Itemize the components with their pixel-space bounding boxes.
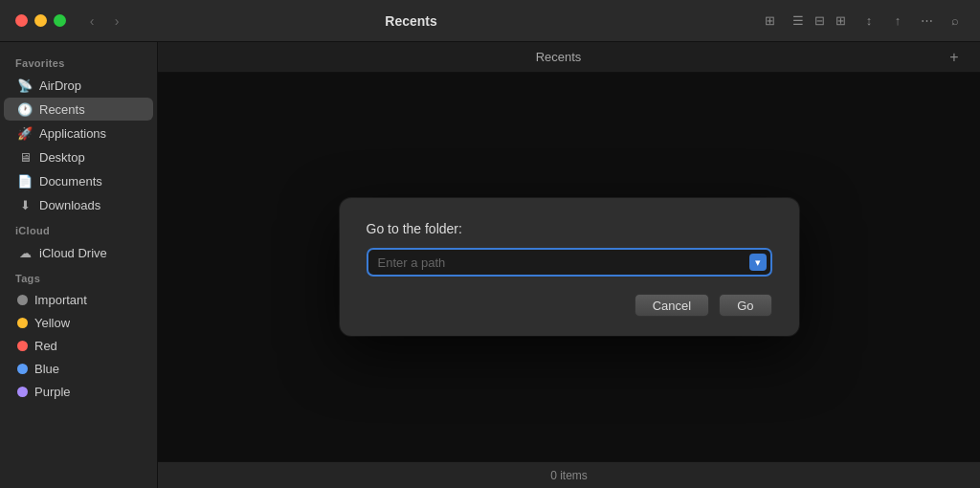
sort-icon[interactable]: ↕ — [859, 11, 879, 31]
sidebar-item-icloud-drive[interactable]: ☁ iCloud Drive — [4, 241, 153, 264]
tag-purple-dot — [17, 387, 28, 397]
sidebar-label-tag-yellow: Yellow — [34, 316, 70, 330]
sidebar-label-desktop: Desktop — [39, 150, 85, 165]
dialog-buttons: Cancel Go — [367, 294, 772, 317]
add-button[interactable]: + — [944, 47, 965, 68]
documents-icon: 📄 — [17, 173, 33, 189]
icloud-label: iCloud — [0, 217, 157, 240]
column-view-icon[interactable]: ⊟ — [810, 11, 829, 31]
sidebar-item-tag-red[interactable]: Red — [4, 335, 153, 357]
dialog-overlay: Go to the folder: Cancel Go — [158, 73, 980, 461]
downloads-icon: ⬇ — [17, 197, 33, 212]
minimize-button[interactable] — [34, 14, 47, 27]
content-title: Recents — [173, 50, 944, 64]
favorites-label: Favorites — [0, 50, 157, 73]
sidebar-label-airdrop: AirDrop — [39, 78, 81, 93]
sidebar-item-recents[interactable]: 🕐 Recents — [4, 98, 153, 121]
window-title: Recents — [62, 13, 760, 29]
path-input-wrapper — [367, 248, 772, 277]
tag-important-dot — [17, 295, 28, 305]
sidebar-label-applications: Applications — [39, 126, 106, 141]
tag-blue-dot — [17, 364, 28, 374]
tags-label: Tags — [0, 265, 157, 288]
icloud-icon: ☁ — [17, 245, 33, 260]
sidebar-item-tag-important[interactable]: Important — [4, 289, 153, 311]
sidebar-item-documents[interactable]: 📄 Documents — [4, 169, 153, 192]
goto-folder-dialog: Go to the folder: Cancel Go — [340, 198, 799, 336]
sidebar-label-recents: Recents — [39, 102, 85, 117]
sidebar-item-airdrop[interactable]: 📡 AirDrop — [4, 74, 153, 97]
tag-yellow-dot — [17, 318, 28, 328]
sidebar-label-tag-purple: Purple — [34, 385, 71, 399]
search-icon[interactable]: ⌕ — [946, 11, 965, 31]
sidebar-item-tag-yellow[interactable]: Yellow — [4, 312, 153, 334]
sidebar-item-tag-purple[interactable]: Purple — [4, 381, 153, 403]
desktop-icon: 🖥 — [17, 149, 33, 165]
sidebar-item-desktop[interactable]: 🖥 Desktop — [4, 145, 153, 168]
cancel-button[interactable]: Cancel — [635, 294, 709, 317]
status-bar: 0 items — [158, 461, 980, 488]
window-controls — [15, 14, 66, 27]
sidebar-item-downloads[interactable]: ⬇ Downloads — [4, 193, 153, 216]
content-area: Recents + Go to the folder: Cancel Go — [158, 42, 980, 488]
main-layout: Favorites 📡 AirDrop 🕐 Recents 🚀 Applicat… — [0, 42, 980, 488]
path-dropdown-button[interactable] — [749, 254, 767, 271]
gallery-view-icon[interactable]: ⊞ — [831, 11, 850, 31]
airdrop-icon: 📡 — [17, 78, 33, 93]
sidebar-label-tag-blue: Blue — [34, 362, 59, 376]
sidebar-item-applications[interactable]: 🚀 Applications — [4, 122, 153, 144]
sidebar-label-documents: Documents — [39, 174, 102, 189]
status-text: 0 items — [550, 469, 588, 482]
go-button[interactable]: Go — [719, 294, 771, 317]
dialog-title: Go to the folder: — [367, 221, 772, 236]
sidebar-label-icloud-drive: iCloud Drive — [39, 246, 107, 260]
sidebar-item-tag-blue[interactable]: Blue — [4, 358, 153, 380]
share-icon[interactable]: ↑ — [888, 11, 907, 31]
sidebar-label-tag-important: Important — [34, 293, 87, 307]
list-view-icon[interactable]: ☰ — [789, 11, 808, 31]
content-header: Recents + — [158, 42, 980, 73]
toolbar-icons: ⊞ ☰ ⊟ ⊞ ↕ ↑ ⋯ ⌕ — [760, 11, 965, 31]
sidebar: Favorites 📡 AirDrop 🕐 Recents 🚀 Applicat… — [0, 42, 158, 488]
recents-icon: 🕐 — [17, 101, 33, 117]
title-bar: ‹ › Recents ⊞ ☰ ⊟ ⊞ ↕ ↑ ⋯ ⌕ — [0, 0, 980, 42]
close-button[interactable] — [15, 14, 28, 27]
sidebar-label-tag-red: Red — [34, 339, 57, 353]
tag-red-dot — [17, 341, 28, 351]
view-group: ☰ ⊟ ⊞ — [789, 11, 850, 31]
view-icon[interactable]: ⊞ — [760, 11, 779, 31]
action-icon[interactable]: ⋯ — [917, 11, 936, 31]
path-input[interactable] — [367, 248, 772, 277]
sidebar-label-downloads: Downloads — [39, 198, 100, 212]
applications-icon: 🚀 — [17, 125, 33, 141]
content-body: Go to the folder: Cancel Go — [158, 73, 980, 461]
